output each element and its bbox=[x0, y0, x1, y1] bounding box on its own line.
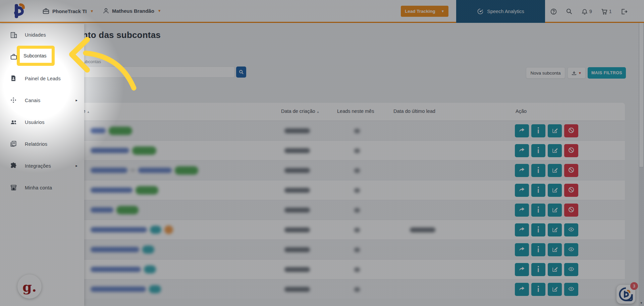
eye-action-button[interactable] bbox=[564, 263, 578, 276]
subaccount-name-cell[interactable] bbox=[91, 220, 173, 239]
edit-icon bbox=[552, 246, 558, 254]
edit-action-button[interactable] bbox=[548, 204, 562, 217]
column-header-leads[interactable]: Leads neste mês bbox=[337, 108, 374, 114]
lead-tracking-dropdown[interactable]: Lead Tracking ▼ bbox=[401, 6, 448, 17]
info-icon bbox=[537, 167, 540, 174]
subaccount-link-blurred[interactable] bbox=[91, 287, 146, 292]
info-action-button[interactable] bbox=[531, 124, 545, 137]
share-action-button[interactable] bbox=[515, 263, 529, 276]
block-action-button[interactable] bbox=[564, 204, 578, 217]
eye-action-button[interactable] bbox=[564, 243, 578, 256]
info-action-button[interactable] bbox=[531, 283, 545, 296]
block-action-button[interactable] bbox=[564, 164, 578, 177]
scrollbar-thumb[interactable] bbox=[639, 6, 644, 167]
phonetrack-logo[interactable] bbox=[11, 3, 27, 19]
share-action-button[interactable] bbox=[515, 144, 529, 157]
info-action-button[interactable] bbox=[531, 144, 545, 157]
share-action-button[interactable] bbox=[515, 223, 529, 236]
info-icon bbox=[537, 286, 540, 293]
subaccount-name-cell[interactable] bbox=[91, 141, 156, 160]
share-action-button[interactable] bbox=[515, 164, 529, 177]
edit-action-button[interactable] bbox=[548, 184, 562, 197]
puzzle-icon bbox=[10, 162, 17, 170]
g-floating-widget[interactable]: g. bbox=[17, 274, 42, 299]
help-icon[interactable] bbox=[550, 8, 557, 15]
subaccount-link-blurred[interactable] bbox=[91, 168, 127, 173]
share-icon bbox=[518, 127, 526, 135]
row-actions bbox=[515, 184, 578, 197]
share-action-button[interactable] bbox=[515, 283, 529, 296]
new-subaccount-button[interactable]: Nova subconta bbox=[526, 67, 565, 79]
eye-action-button[interactable] bbox=[564, 223, 578, 236]
edit-action-button[interactable] bbox=[548, 164, 562, 177]
scrollbar-down-arrow[interactable]: ▼ bbox=[639, 300, 644, 306]
download-icon bbox=[572, 71, 577, 76]
status-badge-blurred bbox=[144, 265, 156, 273]
user-menu[interactable]: Matheus Brandão ▼ bbox=[103, 7, 161, 14]
subaccount-link-blurred[interactable] bbox=[91, 267, 141, 272]
leads-count-blurred bbox=[354, 248, 360, 252]
page-scrollbar[interactable]: ▲ ▼ bbox=[639, 0, 644, 306]
search-submit-button[interactable] bbox=[236, 67, 246, 78]
edit-icon bbox=[552, 187, 558, 194]
subaccount-search-input[interactable] bbox=[80, 67, 235, 78]
info-action-button[interactable] bbox=[531, 164, 545, 177]
status-badge-blurred bbox=[142, 246, 154, 254]
edit-action-button[interactable] bbox=[548, 243, 562, 256]
block-action-button[interactable] bbox=[564, 184, 578, 197]
info-action-button[interactable] bbox=[531, 263, 545, 276]
cart-button[interactable]: 1 bbox=[601, 8, 612, 15]
subaccount-link-blurred[interactable] bbox=[91, 187, 132, 193]
subaccount-name-cell[interactable] bbox=[91, 240, 154, 259]
subaccount-link-blurred[interactable] bbox=[91, 247, 139, 252]
block-action-button[interactable] bbox=[564, 144, 578, 157]
info-action-button[interactable] bbox=[531, 223, 545, 236]
share-action-button[interactable] bbox=[515, 204, 529, 217]
notifications-bell[interactable]: 9 bbox=[581, 8, 592, 15]
subaccount-name-cell[interactable] bbox=[91, 180, 158, 200]
info-action-button[interactable] bbox=[531, 184, 545, 197]
subaccount-link-blurred[interactable] bbox=[91, 207, 113, 213]
info-action-button[interactable] bbox=[531, 243, 545, 256]
bell-icon bbox=[581, 8, 588, 15]
briefcase-icon bbox=[42, 7, 50, 15]
sidebar-item-painel-de-leads[interactable]: Painel de Leads bbox=[0, 68, 84, 89]
more-filters-button[interactable]: MAIS FILTROS bbox=[588, 67, 626, 79]
sidebar-item-integrações[interactable]: Integrações▸ bbox=[0, 155, 84, 177]
info-action-button[interactable] bbox=[531, 204, 545, 217]
subaccount-link-blurred[interactable] bbox=[138, 168, 172, 173]
account-switcher[interactable]: PhoneTrack TI ▼ bbox=[42, 7, 94, 15]
subaccount-name-cell[interactable] bbox=[91, 161, 198, 180]
column-header-ultimo-lead[interactable]: Data do último lead bbox=[393, 108, 435, 114]
sidebar-item-minha-conta[interactable]: Minha conta bbox=[0, 177, 84, 199]
chat-launcher[interactable]: 3 bbox=[616, 285, 635, 304]
export-dropdown-button[interactable]: ▼ bbox=[568, 67, 586, 79]
edit-action-button[interactable] bbox=[548, 263, 562, 276]
subaccount-name-cell[interactable] bbox=[91, 200, 139, 220]
share-action-button[interactable] bbox=[515, 243, 529, 256]
subaccount-name-cell[interactable] bbox=[91, 121, 132, 140]
subaccount-link-blurred[interactable] bbox=[91, 148, 129, 153]
subaccount-link-blurred[interactable] bbox=[91, 128, 106, 133]
sidebar-item-unidades[interactable]: Unidades bbox=[0, 24, 84, 46]
edit-action-button[interactable] bbox=[548, 283, 562, 296]
edit-action-button[interactable] bbox=[548, 223, 562, 236]
edit-action-button[interactable] bbox=[548, 144, 562, 157]
subaccount-link-blurred[interactable] bbox=[91, 227, 147, 232]
logout-icon[interactable] bbox=[621, 8, 628, 15]
sidebar-item-canais[interactable]: Canais▸ bbox=[0, 89, 84, 111]
subaccount-name-cell[interactable] bbox=[91, 279, 161, 299]
share-action-button[interactable] bbox=[515, 184, 529, 197]
search-nav-icon[interactable] bbox=[566, 8, 573, 15]
column-header-data-criacao[interactable]: Data de criação▲ bbox=[281, 108, 319, 114]
sidebar-item-relatórios[interactable]: Relatórios bbox=[0, 133, 84, 155]
sidebar-item-usuários[interactable]: Usuários bbox=[0, 111, 84, 133]
block-action-button[interactable] bbox=[564, 124, 578, 137]
info-icon bbox=[537, 187, 540, 194]
subaccount-name-cell[interactable] bbox=[91, 260, 156, 279]
share-action-button[interactable] bbox=[515, 124, 529, 137]
eye-action-button[interactable] bbox=[564, 283, 578, 296]
lead-doc-icon bbox=[10, 75, 17, 82]
edit-action-button[interactable] bbox=[548, 124, 562, 137]
speech-analytics-tab[interactable]: Speech Analytics bbox=[456, 0, 545, 23]
